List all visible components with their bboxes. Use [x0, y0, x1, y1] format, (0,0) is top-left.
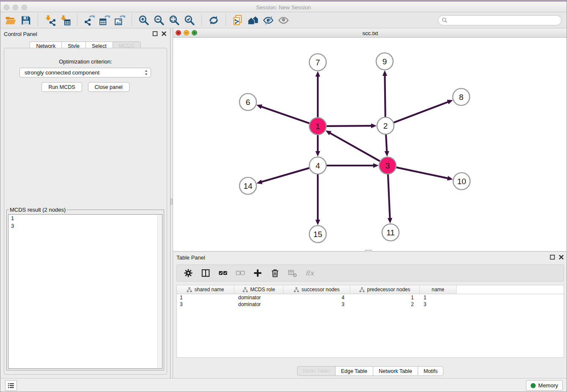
search-input[interactable] [450, 16, 558, 25]
graph-edge-3-10[interactable] [396, 167, 453, 180]
float-panel-icon[interactable] [152, 31, 158, 36]
graph-node-1[interactable]: 1 [309, 118, 326, 135]
refresh-icon[interactable] [206, 14, 221, 27]
column-header-successor-nodes[interactable]: successor nodes [284, 285, 350, 294]
tab-motifs[interactable]: Motifs [418, 366, 443, 376]
svg-text:9: 9 [383, 57, 387, 66]
graph-edge-3-11[interactable] [388, 174, 392, 224]
zoom-selected-icon[interactable] [182, 14, 197, 27]
first-neighbors-icon[interactable] [245, 14, 261, 27]
tab-network-table[interactable]: Network Table [373, 366, 418, 376]
graph-edge-1-4[interactable] [315, 135, 320, 157]
close-panel-icon[interactable] [559, 254, 564, 260]
select-all-icon[interactable] [217, 268, 228, 279]
table-row[interactable]: 1dominator411 [177, 294, 564, 301]
close-panel-button[interactable]: Close panel [88, 82, 129, 92]
graph-node-2[interactable]: 2 [377, 117, 394, 134]
graph-node-6[interactable]: 6 [239, 94, 256, 110]
run-mcds-button[interactable]: Run MCDS [41, 82, 82, 92]
svg-text:14: 14 [243, 182, 253, 190]
add-icon[interactable] [252, 268, 263, 279]
control-panel-header: Control Panel [0, 28, 170, 39]
table-cell[interactable]: dominator [234, 301, 284, 308]
graph-node-7[interactable]: 7 [309, 54, 326, 71]
save-icon[interactable] [18, 14, 33, 27]
tab-node-table[interactable]: Node Table [297, 366, 335, 376]
export-network-icon[interactable] [82, 14, 97, 27]
table-cell[interactable]: 3 [177, 301, 234, 308]
column-header-predecessor-nodes[interactable]: predecessor nodes [350, 285, 420, 294]
tab-edge-table[interactable]: Edge Table [335, 366, 373, 376]
table-toolbar: f(x) [176, 265, 564, 282]
graph-edge-2-9[interactable] [383, 70, 387, 117]
svg-text:15: 15 [313, 230, 322, 239]
mcds-result-item[interactable]: 1 [8, 215, 162, 222]
search-box[interactable] [438, 15, 561, 25]
column-header-shared-name[interactable]: shared name [177, 285, 234, 294]
close-panel-icon[interactable] [161, 31, 167, 36]
table-cell[interactable]: 1 [177, 294, 234, 301]
graph-node-8[interactable]: 8 [453, 88, 470, 105]
graph-node-9[interactable]: 9 [376, 53, 393, 70]
gear-icon[interactable] [183, 268, 194, 279]
task-history-button[interactable] [5, 380, 17, 391]
control-panel-title: Control Panel [4, 31, 37, 37]
toolbar-separator [226, 14, 226, 27]
svg-text:f(x): f(x) [306, 269, 314, 276]
svg-text:6: 6 [246, 98, 250, 107]
graph-edge-2-8[interactable] [394, 100, 453, 123]
open-icon[interactable] [3, 14, 18, 27]
graph-node-10[interactable]: 10 [453, 173, 470, 190]
show-all-icon[interactable] [276, 14, 291, 27]
network-canvas[interactable]: 7968124314101511 [173, 38, 567, 251]
graph-node-15[interactable]: 15 [309, 226, 326, 243]
export-image-icon[interactable] [112, 14, 127, 27]
table-row[interactable]: 3dominator323 [177, 301, 564, 308]
graph-edge-3-1[interactable] [325, 130, 380, 161]
graph-node-4[interactable]: 4 [309, 157, 326, 174]
chevron-up-down-icon [144, 69, 148, 76]
graph-edge-4-3[interactable] [327, 163, 379, 168]
memory-button[interactable]: Memory [526, 380, 563, 391]
main-toolbar [0, 12, 567, 28]
table-cell[interactable]: 2 [350, 301, 420, 308]
zoom-fit-icon[interactable] [167, 14, 182, 27]
criterion-dropdown[interactable]: strongly connected component [19, 68, 151, 77]
table-cell[interactable]: 4 [284, 294, 350, 301]
graph-edge-2-3[interactable] [385, 135, 389, 157]
table-cell[interactable]: 3 [420, 301, 457, 308]
import-table-icon[interactable] [58, 14, 73, 27]
import-network-icon[interactable] [42, 14, 58, 27]
zoom-out-icon[interactable] [151, 14, 167, 27]
graph-edge-4-15[interactable] [315, 174, 320, 225]
right-area: ✕ − + scc.txt 7968124314101511 Table Pan… [173, 28, 567, 379]
graph-edge-1-7[interactable] [315, 71, 320, 117]
graph-edge-1-2[interactable] [327, 124, 377, 128]
memory-status-dot [531, 383, 536, 388]
deselect-all-icon[interactable] [235, 268, 246, 279]
table-cell[interactable]: 1 [420, 294, 457, 301]
duplicate-network-icon[interactable] [230, 14, 245, 27]
table-cell[interactable]: 1 [350, 294, 420, 301]
column-header-MCDS-role[interactable]: MCDS role [234, 285, 284, 294]
table-cell[interactable]: 3 [284, 301, 350, 308]
graph-edge-4-14[interactable] [256, 168, 309, 184]
table-cell[interactable]: dominator [234, 294, 284, 301]
zoom-in-icon[interactable] [136, 14, 151, 27]
table-panel: Table Panel f(x) shared nameMCDS rolesuc… [173, 252, 567, 379]
toolbar-separator [132, 14, 132, 27]
graph-node-3[interactable]: 3 [379, 157, 396, 174]
mcds-result-list[interactable]: 13 [8, 214, 162, 369]
mcds-result-item[interactable]: 3 [8, 222, 162, 230]
graph-node-14[interactable]: 14 [239, 177, 256, 194]
graph-edge-1-6[interactable] [256, 105, 309, 123]
delete-icon[interactable] [270, 268, 281, 279]
column-header-name[interactable]: name [420, 285, 457, 294]
main-area: Control Panel NetworkStyleSelectMCDS Opt… [0, 28, 567, 379]
scrollbar-track[interactable] [157, 215, 162, 368]
hide-selected-icon[interactable] [261, 14, 276, 27]
float-panel-icon[interactable] [550, 254, 555, 260]
column-chooser-icon[interactable] [200, 268, 211, 279]
export-table-icon[interactable] [97, 14, 112, 27]
graph-node-11[interactable]: 11 [382, 224, 399, 241]
